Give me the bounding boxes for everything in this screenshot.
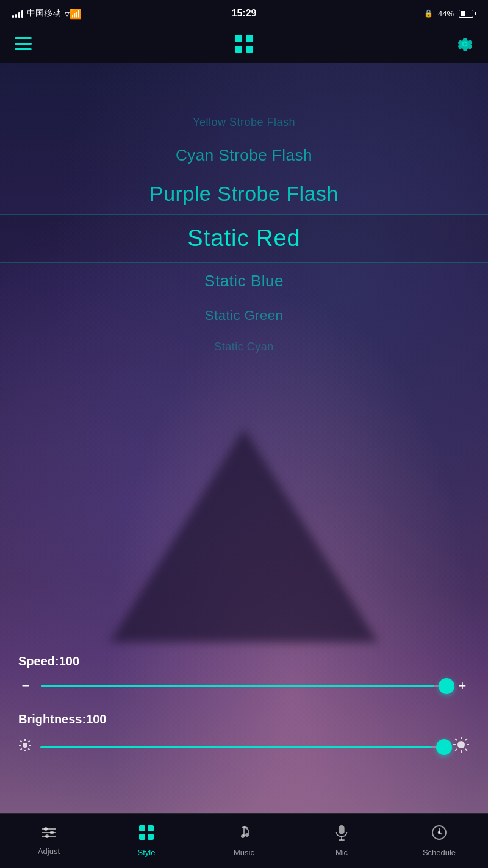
brightness-label: Brightness:100 xyxy=(18,712,470,726)
svg-rect-6 xyxy=(246,46,253,53)
mic-icon xyxy=(334,825,349,844)
svg-line-23 xyxy=(465,739,467,740)
svg-line-15 xyxy=(21,748,22,750)
tab-mic-label: Mic xyxy=(336,848,348,857)
adjust-icon xyxy=(41,826,57,843)
svg-rect-4 xyxy=(246,35,253,42)
svg-line-22 xyxy=(465,749,467,751)
brightness-low-icon xyxy=(18,739,32,755)
speed-increase-button[interactable]: + xyxy=(455,678,470,694)
wifi-signal-icon xyxy=(85,9,96,18)
svg-rect-33 xyxy=(139,834,145,840)
svg-line-14 xyxy=(28,741,29,742)
status-time: 15:29 xyxy=(232,8,257,19)
list-item[interactable]: Yellow Strobe Flash xyxy=(0,107,488,137)
tab-adjust[interactable]: Adjust xyxy=(0,826,98,856)
list-item-text: Purple Strobe Flash xyxy=(12,173,476,214)
svg-point-30 xyxy=(45,834,49,838)
speed-label: Speed:100 xyxy=(18,654,470,668)
grid-icon[interactable] xyxy=(234,34,254,56)
svg-rect-0 xyxy=(15,37,32,39)
tab-bar: Adjust Style Music xyxy=(0,813,488,868)
speed-slider-fill xyxy=(41,685,434,687)
effect-list[interactable]: Yellow Strobe Flash Cyan Strobe Flash Pu… xyxy=(0,63,488,405)
svg-line-21 xyxy=(455,739,457,740)
style-icon xyxy=(138,825,154,844)
lock-icon: 🔒 xyxy=(424,9,433,18)
brightness-control: Brightness:100 xyxy=(18,712,470,758)
carrier-label: 中国移动 xyxy=(27,8,61,19)
speed-decrease-button[interactable]: − xyxy=(18,678,33,694)
list-item[interactable]: Static Green xyxy=(0,299,488,332)
svg-line-13 xyxy=(28,748,29,750)
svg-line-12 xyxy=(21,741,22,742)
tab-schedule[interactable]: Schedule xyxy=(390,825,488,857)
list-item-text: Static Blue xyxy=(12,263,476,299)
speed-slider-row: − + xyxy=(18,678,470,694)
list-item[interactable]: Static Cyan xyxy=(0,332,488,362)
svg-point-35 xyxy=(241,834,245,838)
svg-rect-5 xyxy=(235,46,242,53)
tab-music[interactable]: Music xyxy=(195,825,293,857)
battery-icon xyxy=(459,10,476,18)
status-bar: 中国移动 ▿📶 15:29 🔒 44% xyxy=(0,0,488,27)
svg-rect-1 xyxy=(15,43,32,45)
tab-music-label: Music xyxy=(234,848,254,857)
speed-control: Speed:100 − + xyxy=(18,654,470,694)
menu-icon[interactable] xyxy=(15,37,32,53)
tab-style-label: Style xyxy=(138,848,156,857)
list-item-text: Static Green xyxy=(12,299,476,332)
svg-rect-2 xyxy=(15,48,32,50)
mountain-silhouette xyxy=(110,429,378,642)
list-item[interactable]: Purple Strobe Flash xyxy=(0,173,488,214)
signal-bars xyxy=(12,9,23,18)
music-icon xyxy=(236,825,252,844)
main-content: Yellow Strobe Flash Cyan Strobe Flash Pu… xyxy=(0,63,488,813)
list-item-text: Static Cyan xyxy=(12,332,476,362)
speed-slider-track[interactable] xyxy=(41,685,447,687)
battery-percent: 44% xyxy=(438,9,454,18)
brightness-slider-thumb[interactable] xyxy=(436,739,452,755)
tab-schedule-label: Schedule xyxy=(423,848,456,857)
list-item-text: Cyan Strobe Flash xyxy=(12,137,476,173)
svg-rect-3 xyxy=(235,35,242,42)
speed-slider-thumb[interactable] xyxy=(439,678,454,694)
svg-point-26 xyxy=(44,827,48,831)
svg-line-24 xyxy=(455,749,457,751)
svg-point-43 xyxy=(439,832,440,834)
status-right: 🔒 44% xyxy=(424,9,476,18)
tab-style[interactable]: Style xyxy=(98,825,195,857)
list-item[interactable]: Cyan Strobe Flash xyxy=(0,137,488,173)
tab-adjust-label: Adjust xyxy=(38,847,60,856)
brightness-slider-track[interactable] xyxy=(40,746,444,748)
svg-rect-32 xyxy=(148,825,154,831)
settings-icon[interactable] xyxy=(456,35,473,55)
svg-rect-31 xyxy=(139,825,145,831)
wifi-icon: ▿📶 xyxy=(65,8,82,20)
svg-point-7 xyxy=(23,743,27,748)
svg-point-28 xyxy=(50,831,54,834)
brightness-high-icon xyxy=(453,736,470,758)
controls-area: Speed:100 − + Brightness:100 xyxy=(0,642,488,813)
schedule-icon xyxy=(431,825,447,844)
selected-list-item[interactable]: Static Red xyxy=(0,214,488,263)
nav-bar xyxy=(0,27,488,63)
svg-point-36 xyxy=(245,833,249,837)
tab-mic[interactable]: Mic xyxy=(293,825,390,857)
brightness-slider-row xyxy=(18,736,470,758)
svg-point-16 xyxy=(458,741,465,748)
status-left: 中国移动 ▿📶 xyxy=(12,8,96,20)
svg-rect-37 xyxy=(339,825,344,834)
list-item[interactable]: Static Blue xyxy=(0,263,488,299)
svg-rect-34 xyxy=(148,834,154,840)
list-item-text: Yellow Strobe Flash xyxy=(12,107,476,137)
brightness-slider-fill xyxy=(40,746,432,748)
selected-item-text: Static Red xyxy=(187,225,300,251)
